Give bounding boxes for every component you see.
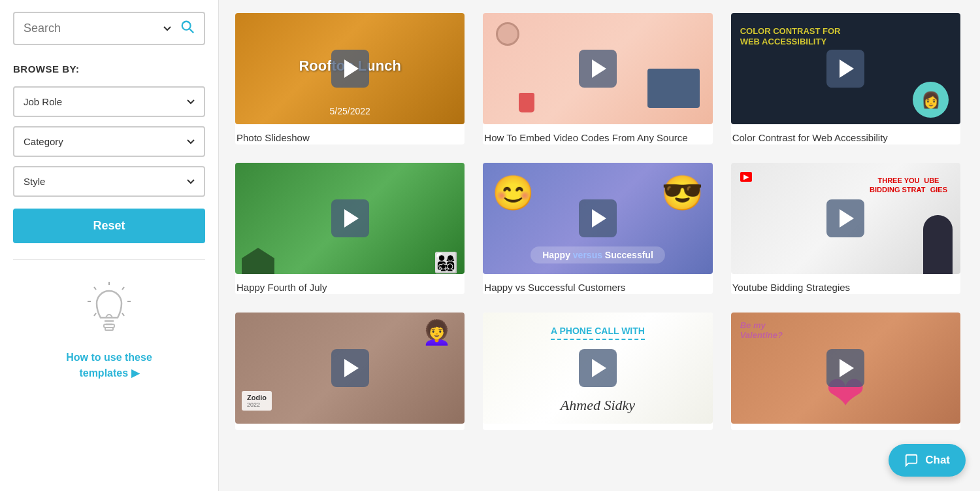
video-thumbnail: Rooftop Lunch 5/25/2022	[235, 13, 465, 124]
search-input[interactable]	[24, 22, 180, 35]
play-icon	[344, 59, 359, 78]
video-card[interactable]: ❤ Be myValentine?	[731, 313, 960, 430]
mug-decoration	[519, 93, 534, 112]
how-to-link[interactable]: How to use these templates ▶	[66, 350, 152, 381]
chat-bubble-icon	[904, 453, 919, 467]
play-icon	[344, 359, 359, 377]
youtube-badge: ▶	[740, 172, 752, 182]
play-button[interactable]	[579, 349, 617, 387]
browse-label: BROWSE BY:	[13, 63, 205, 75]
video-grid: Rooftop Lunch 5/25/2022 Photo Slideshow	[235, 13, 960, 430]
job-role-filter[interactable]: Job Role	[13, 86, 205, 117]
play-icon	[592, 59, 606, 78]
video-card[interactable]: 👩‍🦱 Zodio 2022	[235, 313, 465, 430]
video-card[interactable]: ▶ THREE YOUTUBEBIDDING STRATEGIES Youtub…	[731, 163, 960, 294]
happy-emoji: 😊	[492, 173, 534, 213]
cc-character: 👩	[913, 82, 949, 118]
how-to-section: How to use these templates ▶	[13, 282, 205, 381]
video-title: Photo Slideshow	[235, 131, 465, 144]
play-button[interactable]	[826, 199, 864, 237]
thumbnail-date: 5/25/2022	[330, 106, 370, 116]
video-title: How To Embed Video Codes From Any Source	[483, 131, 712, 144]
play-icon	[840, 209, 854, 228]
play-button[interactable]	[331, 349, 369, 387]
play-button[interactable]	[826, 349, 864, 387]
svg-line-6	[94, 287, 96, 290]
svg-point-0	[182, 22, 191, 30]
video-card[interactable]: How To Embed Video Codes From Any Source	[483, 13, 712, 144]
house-decoration	[242, 248, 274, 274]
people-decoration: 👨‍👩‍👧‍👦	[434, 251, 458, 274]
main-content: Rooftop Lunch 5/25/2022 Photo Slideshow	[219, 0, 980, 491]
valentine-text: Be myValentine?	[740, 320, 783, 340]
lightbulb-icon	[86, 282, 132, 341]
cool-emoji: 😎	[661, 173, 704, 213]
svg-line-3	[122, 287, 124, 290]
video-thumbnail: A PHONE CALL WITH Ahmed Sidky	[483, 313, 712, 424]
name-script: Ahmed Sidky	[561, 397, 635, 414]
video-thumbnail: ❤ Be myValentine?	[731, 313, 960, 424]
video-thumbnail: 👩‍🦱 Zodio 2022	[235, 313, 465, 424]
svg-line-1	[189, 29, 193, 33]
search-box	[13, 12, 205, 45]
play-icon	[840, 59, 854, 78]
reset-button[interactable]: Reset	[13, 209, 205, 243]
play-button[interactable]	[331, 199, 369, 237]
search-icon[interactable]	[180, 20, 195, 37]
video-thumbnail: ▶ THREE YOUTUBEBIDDING STRATEGIES	[731, 163, 960, 274]
zodio-overlay: Zodio 2022	[242, 391, 272, 411]
cc-text: COLOR CONTRAST FORWEB ACCESSIBILITY	[740, 26, 841, 46]
svg-line-5	[122, 313, 124, 316]
svg-line-8	[94, 313, 96, 316]
video-title: Happy vs Successful Customers	[483, 280, 712, 294]
video-thumbnail: 😊 😎 Happy versus Successful	[483, 163, 712, 274]
play-icon	[344, 209, 359, 228]
video-title: Happy Fourth of July	[235, 280, 465, 294]
bidding-text: THREE YOUTUBEBIDDING STRATEGIES	[870, 176, 947, 195]
video-card[interactable]: 👨‍👩‍👧‍👦 Happy Fourth of July	[235, 163, 465, 294]
svg-rect-12	[105, 328, 113, 330]
person-decoration	[923, 215, 953, 274]
play-icon	[592, 209, 606, 228]
person-flower: 👩‍🦱	[422, 319, 451, 347]
video-thumbnail: 👨‍👩‍👧‍👦	[235, 163, 465, 274]
video-thumbnail	[483, 13, 712, 124]
play-button[interactable]	[579, 199, 617, 237]
video-title: Color Contrast for Web Accessibility	[731, 131, 960, 144]
video-card[interactable]: A PHONE CALL WITH Ahmed Sidky	[483, 313, 712, 430]
chat-button[interactable]: Chat	[889, 444, 966, 477]
clock-decoration	[496, 22, 519, 46]
monitor-decoration	[647, 69, 700, 108]
video-card[interactable]: Rooftop Lunch 5/25/2022 Photo Slideshow	[235, 13, 465, 144]
play-button[interactable]	[331, 50, 369, 88]
video-title: Youtube Bidding Strategies	[731, 280, 960, 294]
play-button[interactable]	[579, 50, 617, 88]
chat-label: Chat	[925, 454, 950, 467]
video-card[interactable]: COLOR CONTRAST FORWEB ACCESSIBILITY 👩 Co…	[731, 13, 960, 144]
play-icon	[840, 359, 854, 377]
category-filter[interactable]: Category	[13, 126, 205, 157]
sidebar-divider	[13, 259, 205, 260]
style-filter[interactable]: Style	[13, 166, 205, 197]
versus-text-banner: Happy versus Successful	[531, 246, 665, 263]
video-thumbnail: COLOR CONTRAST FORWEB ACCESSIBILITY 👩	[731, 13, 960, 124]
play-button[interactable]	[826, 50, 864, 88]
play-icon	[592, 359, 606, 377]
sidebar: BROWSE BY: Job Role Category Style Reset	[0, 0, 219, 491]
video-card[interactable]: 😊 😎 Happy versus Successful Happy vs Suc…	[483, 163, 712, 294]
phone-call-text: A PHONE CALL WITH	[551, 326, 645, 340]
